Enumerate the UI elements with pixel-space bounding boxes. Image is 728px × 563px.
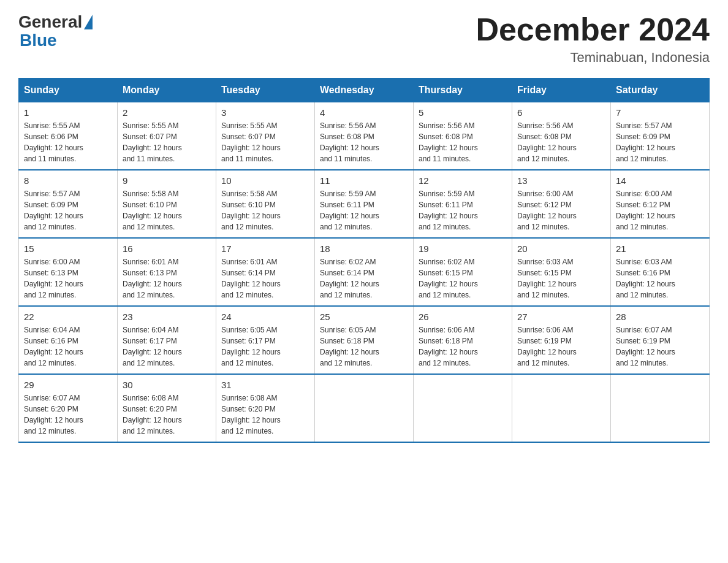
day-info: Sunrise: 5:56 AM Sunset: 6:08 PM Dayligh…	[320, 120, 408, 164]
day-info: Sunrise: 6:05 AM Sunset: 6:17 PM Dayligh…	[221, 324, 309, 369]
day-number: 2	[123, 107, 211, 118]
header-thursday: Thursday	[414, 79, 512, 102]
table-row: 6Sunrise: 5:56 AM Sunset: 6:08 PM Daylig…	[512, 102, 611, 170]
table-row: 13Sunrise: 6:00 AM Sunset: 6:12 PM Dayli…	[512, 170, 611, 238]
table-row: 12Sunrise: 5:59 AM Sunset: 6:11 PM Dayli…	[414, 170, 512, 238]
table-row: 22Sunrise: 6:04 AM Sunset: 6:16 PM Dayli…	[19, 306, 118, 374]
day-info: Sunrise: 6:05 AM Sunset: 6:18 PM Dayligh…	[320, 324, 408, 369]
table-row: 21Sunrise: 6:03 AM Sunset: 6:16 PM Dayli…	[611, 238, 710, 306]
location: Teminabuan, Indonesia	[476, 50, 710, 66]
day-number: 3	[221, 107, 309, 118]
table-row: 14Sunrise: 6:00 AM Sunset: 6:12 PM Dayli…	[611, 170, 710, 238]
logo: General Blue	[18, 12, 93, 50]
day-number: 9	[123, 175, 211, 186]
day-number: 20	[517, 243, 605, 254]
day-number: 13	[517, 175, 605, 186]
day-info: Sunrise: 6:06 AM Sunset: 6:18 PM Dayligh…	[419, 324, 507, 369]
table-row: 31Sunrise: 6:08 AM Sunset: 6:20 PM Dayli…	[216, 374, 315, 442]
table-row: 2Sunrise: 5:55 AM Sunset: 6:07 PM Daylig…	[118, 102, 216, 170]
day-number: 16	[123, 243, 211, 254]
day-info: Sunrise: 6:03 AM Sunset: 6:15 PM Dayligh…	[517, 256, 605, 301]
day-number: 19	[419, 243, 507, 254]
table-row: 20Sunrise: 6:03 AM Sunset: 6:15 PM Dayli…	[512, 238, 611, 306]
day-number: 7	[616, 107, 704, 118]
day-number: 28	[616, 312, 704, 322]
logo-triangle-icon	[84, 15, 93, 29]
day-number: 25	[320, 312, 408, 322]
day-info: Sunrise: 5:58 AM Sunset: 6:10 PM Dayligh…	[123, 188, 211, 232]
day-info: Sunrise: 5:56 AM Sunset: 6:08 PM Dayligh…	[517, 120, 605, 164]
table-row: 24Sunrise: 6:05 AM Sunset: 6:17 PM Dayli…	[216, 306, 315, 374]
day-number: 8	[24, 175, 112, 186]
table-row: 11Sunrise: 5:59 AM Sunset: 6:11 PM Dayli…	[315, 170, 414, 238]
logo-general-row: General	[18, 12, 93, 32]
header-monday: Monday	[118, 79, 216, 102]
day-info: Sunrise: 5:57 AM Sunset: 6:09 PM Dayligh…	[616, 120, 704, 164]
table-row: 5Sunrise: 5:56 AM Sunset: 6:08 PM Daylig…	[414, 102, 512, 170]
day-number: 24	[221, 312, 309, 322]
table-row: 28Sunrise: 6:07 AM Sunset: 6:19 PM Dayli…	[611, 306, 710, 374]
day-info: Sunrise: 6:02 AM Sunset: 6:14 PM Dayligh…	[320, 256, 408, 301]
calendar-week-row: 8Sunrise: 5:57 AM Sunset: 6:09 PM Daylig…	[19, 170, 710, 238]
day-number: 6	[517, 107, 605, 118]
day-info: Sunrise: 6:01 AM Sunset: 6:13 PM Dayligh…	[123, 256, 211, 301]
header-saturday: Saturday	[611, 79, 710, 102]
table-row: 29Sunrise: 6:07 AM Sunset: 6:20 PM Dayli…	[19, 374, 118, 442]
day-info: Sunrise: 5:59 AM Sunset: 6:11 PM Dayligh…	[320, 188, 408, 232]
header-tuesday: Tuesday	[216, 79, 315, 102]
day-number: 22	[24, 312, 112, 322]
day-info: Sunrise: 6:04 AM Sunset: 6:17 PM Dayligh…	[123, 324, 211, 369]
day-info: Sunrise: 5:59 AM Sunset: 6:11 PM Dayligh…	[419, 188, 507, 232]
calendar-week-row: 29Sunrise: 6:07 AM Sunset: 6:20 PM Dayli…	[19, 374, 710, 442]
day-number: 10	[221, 175, 309, 186]
day-info: Sunrise: 5:55 AM Sunset: 6:07 PM Dayligh…	[221, 120, 309, 164]
table-row: 18Sunrise: 6:02 AM Sunset: 6:14 PM Dayli…	[315, 238, 414, 306]
table-row	[611, 374, 710, 442]
header-sunday: Sunday	[19, 79, 118, 102]
table-row: 19Sunrise: 6:02 AM Sunset: 6:15 PM Dayli…	[414, 238, 512, 306]
calendar-week-row: 15Sunrise: 6:00 AM Sunset: 6:13 PM Dayli…	[19, 238, 710, 306]
day-number: 18	[320, 243, 408, 254]
day-info: Sunrise: 6:07 AM Sunset: 6:19 PM Dayligh…	[616, 324, 704, 369]
table-row: 26Sunrise: 6:06 AM Sunset: 6:18 PM Dayli…	[414, 306, 512, 374]
day-number: 21	[616, 243, 704, 254]
month-title: December 2024	[476, 12, 710, 47]
day-info: Sunrise: 6:04 AM Sunset: 6:16 PM Dayligh…	[24, 324, 112, 369]
table-row: 3Sunrise: 5:55 AM Sunset: 6:07 PM Daylig…	[216, 102, 315, 170]
day-info: Sunrise: 5:55 AM Sunset: 6:06 PM Dayligh…	[24, 120, 112, 164]
logo-general-text: General	[18, 12, 82, 32]
day-number: 15	[24, 243, 112, 254]
calendar-week-row: 1Sunrise: 5:55 AM Sunset: 6:06 PM Daylig…	[19, 102, 710, 170]
header-wednesday: Wednesday	[315, 79, 414, 102]
table-row: 16Sunrise: 6:01 AM Sunset: 6:13 PM Dayli…	[118, 238, 216, 306]
day-info: Sunrise: 6:02 AM Sunset: 6:15 PM Dayligh…	[419, 256, 507, 301]
table-row: 25Sunrise: 6:05 AM Sunset: 6:18 PM Dayli…	[315, 306, 414, 374]
table-row: 10Sunrise: 5:58 AM Sunset: 6:10 PM Dayli…	[216, 170, 315, 238]
day-number: 27	[517, 312, 605, 322]
table-row: 15Sunrise: 6:00 AM Sunset: 6:13 PM Dayli…	[19, 238, 118, 306]
table-row: 7Sunrise: 5:57 AM Sunset: 6:09 PM Daylig…	[611, 102, 710, 170]
day-info: Sunrise: 6:08 AM Sunset: 6:20 PM Dayligh…	[123, 393, 211, 437]
table-row: 30Sunrise: 6:08 AM Sunset: 6:20 PM Dayli…	[118, 374, 216, 442]
day-number: 29	[24, 380, 112, 390]
day-number: 14	[616, 175, 704, 186]
page-header: General Blue December 2024 Teminabuan, I…	[18, 12, 710, 66]
day-number: 30	[123, 380, 211, 390]
day-info: Sunrise: 6:06 AM Sunset: 6:19 PM Dayligh…	[517, 324, 605, 369]
table-row: 8Sunrise: 5:57 AM Sunset: 6:09 PM Daylig…	[19, 170, 118, 238]
table-row: 17Sunrise: 6:01 AM Sunset: 6:14 PM Dayli…	[216, 238, 315, 306]
table-row	[414, 374, 512, 442]
day-info: Sunrise: 6:00 AM Sunset: 6:12 PM Dayligh…	[517, 188, 605, 232]
day-info: Sunrise: 5:56 AM Sunset: 6:08 PM Dayligh…	[419, 120, 507, 164]
day-number: 1	[24, 107, 112, 118]
day-number: 26	[419, 312, 507, 322]
day-number: 12	[419, 175, 507, 186]
day-info: Sunrise: 6:00 AM Sunset: 6:13 PM Dayligh…	[24, 256, 112, 301]
header-friday: Friday	[512, 79, 611, 102]
table-row	[512, 374, 611, 442]
logo-blue-text: Blue	[18, 31, 57, 50]
day-info: Sunrise: 5:58 AM Sunset: 6:10 PM Dayligh…	[221, 188, 309, 232]
day-number: 5	[419, 107, 507, 118]
day-info: Sunrise: 6:07 AM Sunset: 6:20 PM Dayligh…	[24, 393, 112, 437]
table-row	[315, 374, 414, 442]
